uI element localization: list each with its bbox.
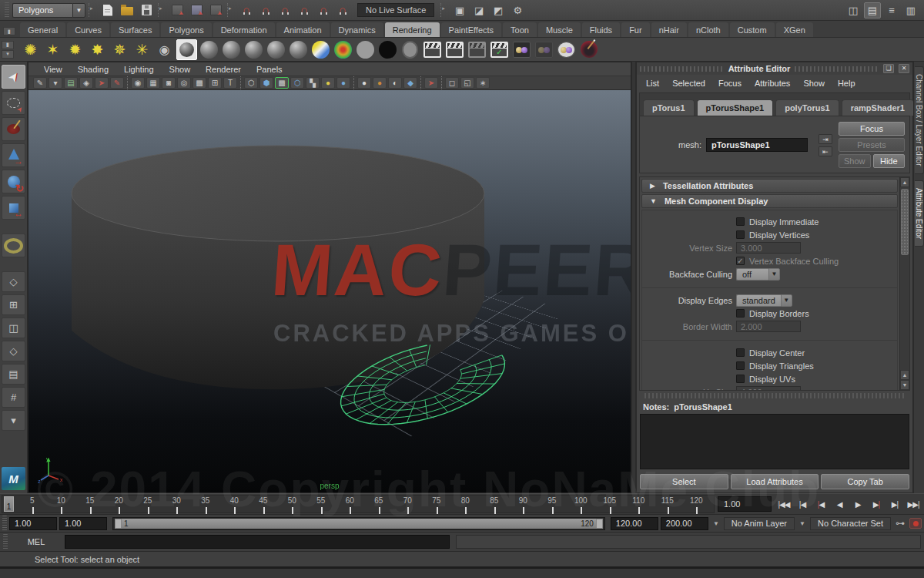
render-view-shelf-icon[interactable] [422,39,443,60]
paint-tool-icon[interactable]: ✎ [110,77,124,89]
scroll-up2-icon[interactable]: ▲ [900,370,909,380]
paint-select-tool[interactable] [2,117,25,141]
attribute-value-field[interactable]: 4.000 [736,386,801,390]
snap-to-grid-icon[interactable] [238,2,255,18]
move-tool[interactable] [2,143,25,167]
wireframe-icon[interactable]: ⬡ [244,77,258,89]
new-scene-icon[interactable] [99,2,116,18]
grease-pencil-icon[interactable]: ✎ [33,77,47,89]
volume-light-icon[interactable]: ✳ [132,39,152,60]
layout-persp-graph-editor[interactable]: ◇ [2,341,25,361]
bookmark-icon[interactable]: ▾ [49,77,62,89]
group-divider[interactable] [440,3,448,17]
play-forwards-button[interactable]: ▶ [849,496,867,512]
playback-end-field[interactable]: 120.00 [611,517,658,530]
tab-channel-box-layer-editor[interactable]: Channel Box / Layer Editor [915,66,924,174]
torus-mesh[interactable] [28,90,631,491]
material-sample-icon[interactable] [176,39,197,60]
shelf-tab[interactable]: Polygons [161,22,211,37]
select-by-object-icon[interactable] [188,2,205,18]
attribute-checkbox[interactable]: Display UVs [736,375,795,384]
backface-culling-icon[interactable]: ◆ [403,77,417,89]
use-background-icon[interactable] [377,39,398,60]
lasso-select-tool[interactable] [2,91,25,115]
attribute-dropdown[interactable]: off ▼ [736,268,780,281]
render-current-frame-shelf-icon[interactable] [444,39,465,60]
shelf-tab[interactable]: General [20,22,65,37]
shelf-tab[interactable]: Muscle [538,22,581,37]
shelf-tab[interactable]: Deformation [213,22,275,37]
lighting-icon[interactable]: ● [321,77,335,89]
wireframe-on-shaded-icon[interactable]: ⬡ [290,77,304,89]
shelf-tab[interactable]: Custom [730,22,775,37]
scale-tool[interactable] [2,196,25,220]
range-start-handle[interactable] [115,519,122,529]
phong-material-icon[interactable] [266,39,286,60]
channel-box-toggle-icon[interactable]: ▥ [902,2,919,18]
tool-settings-toggle-icon[interactable]: ≡ [883,2,900,18]
attribute-editor-toggle-icon[interactable]: ▤ [864,2,881,18]
auto-keyframe-icon[interactable] [909,518,922,529]
close-icon[interactable]: ✕ [899,64,909,73]
layout-single-persp[interactable]: ◇ [2,271,25,292]
command-language-toggle[interactable]: MEL [14,537,59,546]
xray-icon[interactable]: ● [373,77,387,89]
attribute-checkbox[interactable]: Display Immediate [736,217,819,227]
group-divider[interactable] [158,3,166,17]
viewport-menu-item[interactable]: Lighting [124,65,154,74]
notes-textarea[interactable] [640,414,909,469]
save-scene-icon[interactable] [138,2,155,18]
chevron-down-icon[interactable]: ▼ [72,3,85,18]
select-by-hierarchy-icon[interactable] [169,2,186,18]
load-input-icon[interactable]: ⇥ [819,134,832,144]
shelf-tab[interactable]: Dynamics [331,22,383,37]
menu-item[interactable]: Focus [718,79,742,88]
float-panel-icon[interactable]: ❏ [883,64,894,73]
character-set-selector[interactable]: No Character Set [810,517,891,530]
playback-start-field[interactable]: 1.00 [59,517,107,530]
select-button[interactable]: Select [640,474,728,489]
attribute-checkbox[interactable]: Vertex Backface Culling [736,257,839,266]
render-settings-icon[interactable]: ⚙ [509,2,526,18]
viewport-menu-item[interactable]: Shading [78,65,109,74]
command-result-area[interactable] [456,535,921,549]
presets-button[interactable]: Presets [839,138,905,152]
wireframe-torus[interactable] [332,334,517,435]
shelf-tab[interactable]: nCloth [688,22,728,37]
range-end-handle[interactable] [596,519,603,529]
resolution-gate-icon[interactable]: ◎ [177,77,191,89]
attribute-value-field[interactable]: 3.000 [736,242,801,254]
shelf-tab[interactable]: Toon [503,22,537,37]
layout-persp-hypergraph[interactable]: ▤ [2,364,25,385]
layout-custom[interactable]: ▾ [2,410,25,431]
open-render-view-icon[interactable]: ▣ [451,2,468,18]
time-slider[interactable]: 1 51015202530354045505560657075808590951… [2,495,715,513]
current-time-field[interactable]: 1.00 [718,496,772,512]
group-divider[interactable] [89,3,96,17]
copy-tab-button[interactable]: Copy Tab [821,474,909,489]
attribute-checkbox[interactable]: Display Vertices [736,230,809,240]
live-surface-field[interactable]: No Live Surface [357,3,434,17]
chevron-down-icon[interactable]: ▼ [768,268,780,281]
snap-to-curve-icon[interactable] [257,2,274,18]
phong-e-material-icon[interactable] [288,39,309,60]
snap-to-point-icon[interactable] [276,2,293,18]
camera-icon[interactable]: ◉ [154,39,175,60]
last-tool-used[interactable] [2,234,25,257]
ambient-light-icon[interactable]: ✹ [65,39,85,60]
make-object-live-icon[interactable] [334,2,351,18]
section-mesh-component-display[interactable]: ▼ Mesh Component Display [641,194,898,208]
checkbox[interactable] [736,309,745,318]
shading-map-icon[interactable] [400,39,420,60]
menu-item[interactable]: Selected [672,79,705,88]
shelf-tab[interactable]: XGen [776,22,813,37]
hide-button[interactable]: Hide [873,154,906,168]
menu-item[interactable]: Help [838,79,855,88]
anisotropic-material-icon[interactable] [199,39,219,60]
lambert-material-icon[interactable] [243,39,264,60]
grid-toggle-icon[interactable]: ▦ [146,77,160,89]
checker-icon[interactable]: ▚ [306,77,320,89]
checkbox[interactable] [736,375,745,383]
shadows-icon[interactable]: ● [336,77,350,89]
ipr-render-icon[interactable]: ◩ [490,2,507,18]
